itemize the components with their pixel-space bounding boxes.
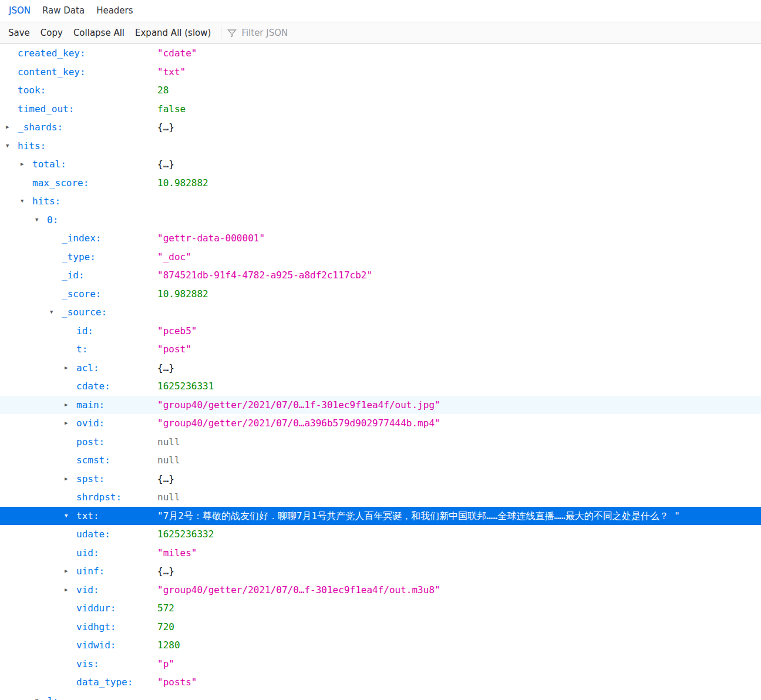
json-value: "gettr-data-000001": [157, 229, 761, 248]
expand-icon[interactable]: ▶: [6, 118, 18, 137]
json-row-_shards[interactable]: ▶_shards:{…}: [0, 118, 761, 137]
json-value: {…}: [157, 118, 761, 137]
json-row-acl[interactable]: ▶acl:{…}: [0, 359, 761, 378]
collapse-icon[interactable]: ▼: [6, 137, 18, 156]
key-cell: max_score:: [0, 174, 157, 193]
json-row-uinf[interactable]: ▶uinf:{…}: [0, 562, 761, 581]
json-row-vis[interactable]: vis:"p": [0, 655, 761, 674]
collapse-icon[interactable]: ▼: [65, 507, 76, 526]
json-value: 10.982882: [157, 174, 761, 193]
expand-icon[interactable]: ▶: [65, 581, 76, 600]
json-key: acl:: [76, 359, 99, 378]
json-value: "group40/getter/2021/07/0…a396b579d90297…: [157, 414, 761, 433]
json-row-main[interactable]: ▶main:"group40/getter/2021/07/0…1f-301ec…: [0, 396, 761, 415]
collapse-icon[interactable]: ▼: [50, 303, 62, 322]
json-key: _source:: [62, 303, 107, 322]
json-key: _score:: [62, 285, 101, 304]
json-value: "p": [157, 655, 761, 674]
json-value: [157, 303, 761, 322]
key-cell: scmst:: [0, 451, 157, 470]
json-value: {…}: [157, 359, 761, 378]
json-key: vidhgt:: [76, 618, 116, 637]
json-row-post[interactable]: post:null: [0, 433, 761, 452]
json-key: data_type:: [76, 673, 133, 692]
key-cell: ▶spst:: [0, 470, 157, 489]
collapse-icon[interactable]: ▼: [35, 692, 47, 700]
json-row-txt[interactable]: ▼txt:"7月2号：尊敬的战友们好．聊聊7月1号共产党人百年冥诞，和我们新中国…: [0, 507, 761, 526]
key-cell: _type:: [0, 248, 157, 267]
json-key: hits:: [32, 192, 60, 211]
json-value: [157, 211, 761, 230]
json-key: uid:: [76, 544, 99, 563]
json-key: 1:: [47, 692, 58, 700]
json-row-content_key[interactable]: content_key:"txt": [0, 63, 761, 82]
json-key: udate:: [76, 525, 110, 544]
json-row-1[interactable]: ▼1:: [0, 692, 761, 700]
json-row-shrdpst[interactable]: shrdpst:null: [0, 488, 761, 507]
json-row-created_key[interactable]: created_key:"cdate": [0, 44, 761, 63]
json-key: t:: [76, 340, 87, 359]
key-cell: viddur:: [0, 599, 157, 618]
json-row-vidhgt[interactable]: vidhgt:720: [0, 618, 761, 637]
key-cell: ▶total:: [0, 155, 157, 174]
expand-icon[interactable]: ▶: [65, 414, 76, 433]
tab-headers[interactable]: Headers: [90, 0, 139, 22]
collapse-all-button[interactable]: Collapse All: [68, 28, 130, 38]
tab-raw-data[interactable]: Raw Data: [36, 0, 90, 22]
json-row-max_score[interactable]: max_score:10.982882: [0, 174, 761, 193]
json-row-udate[interactable]: udate:1625236332: [0, 525, 761, 544]
json-value: "miles": [157, 544, 761, 563]
key-cell: ▼1:: [0, 692, 157, 700]
json-row-_id[interactable]: _id:"874521db-91f4-4782-a925-a8df2c117cb…: [0, 266, 761, 285]
json-row-vid[interactable]: ▶vid:"group40/getter/2021/07/0…f-301ec9f…: [0, 581, 761, 600]
expand-icon[interactable]: ▶: [65, 359, 76, 378]
expand-all-button[interactable]: Expand All (slow): [130, 28, 216, 38]
expand-icon[interactable]: ▶: [65, 562, 76, 581]
json-row-t[interactable]: t:"post": [0, 340, 761, 359]
json-row-spst[interactable]: ▶spst:{…}: [0, 470, 761, 489]
json-row-uid[interactable]: uid:"miles": [0, 544, 761, 563]
collapse-icon[interactable]: ▼: [21, 192, 32, 211]
expand-icon[interactable]: ▶: [65, 396, 76, 415]
key-cell: cdate:: [0, 377, 157, 396]
json-key: timed_out:: [18, 100, 74, 119]
copy-button[interactable]: Copy: [35, 28, 68, 38]
json-value: "posts": [157, 673, 761, 692]
save-button[interactable]: Save: [3, 28, 35, 38]
filter-json-input[interactable]: [241, 28, 394, 38]
json-row-data_type[interactable]: data_type:"posts": [0, 673, 761, 692]
json-row-total[interactable]: ▶total:{…}: [0, 155, 761, 174]
expand-icon[interactable]: ▶: [65, 470, 76, 489]
json-row-_score[interactable]: _score:10.982882: [0, 285, 761, 304]
json-row-viddur[interactable]: viddur:572: [0, 599, 761, 618]
json-row-timed_out[interactable]: timed_out:false: [0, 100, 761, 119]
json-key: uinf:: [76, 562, 105, 581]
json-row-cdate[interactable]: cdate:1625236331: [0, 377, 761, 396]
key-cell: udate:: [0, 525, 157, 544]
tab-json[interactable]: JSON: [3, 0, 36, 22]
json-row-scmst[interactable]: scmst:null: [0, 451, 761, 470]
json-value: "_doc": [157, 248, 761, 267]
json-key: 0:: [47, 211, 58, 230]
json-key: max_score:: [32, 174, 89, 193]
json-key: _index:: [62, 229, 101, 248]
json-row-_index[interactable]: _index:"gettr-data-000001": [0, 229, 761, 248]
json-row-ovid[interactable]: ▶ovid:"group40/getter/2021/07/0…a396b579…: [0, 414, 761, 433]
json-key: vis:: [76, 655, 99, 674]
json-row-vidwid[interactable]: vidwid:1280: [0, 636, 761, 655]
key-cell: shrdpst:: [0, 488, 157, 507]
key-cell: uid:: [0, 544, 157, 563]
json-row-_type[interactable]: _type:"_doc": [0, 248, 761, 267]
filter-box: [225, 28, 394, 38]
json-row-hits[interactable]: ▼hits:: [0, 137, 761, 156]
json-value: 10.982882: [157, 285, 761, 304]
json-row-took[interactable]: took:28: [0, 81, 761, 100]
json-row-hits[interactable]: ▼hits:: [0, 192, 761, 211]
json-row-_source[interactable]: ▼_source:: [0, 303, 761, 322]
json-key: took:: [18, 81, 46, 100]
json-row-id[interactable]: id:"pceb5": [0, 322, 761, 341]
json-row-0[interactable]: ▼0:: [0, 211, 761, 230]
expand-icon[interactable]: ▶: [21, 155, 32, 174]
collapse-icon[interactable]: ▼: [35, 211, 47, 230]
json-value: null: [157, 433, 761, 452]
